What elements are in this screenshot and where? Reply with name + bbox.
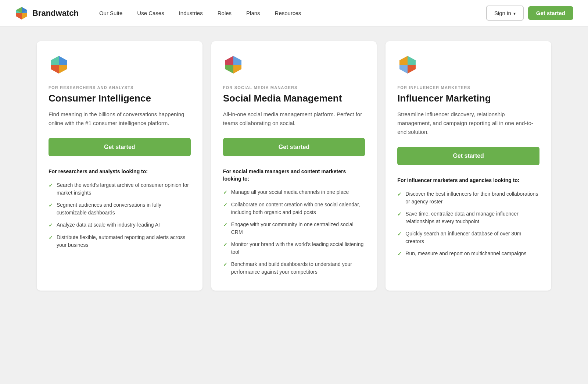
card2-description: All-in-one social media management platf… bbox=[223, 110, 365, 128]
card3-for-label: FOR INFLUENCER MARKETERS bbox=[397, 85, 539, 90]
check-icon: ✓ bbox=[397, 210, 402, 218]
signin-button[interactable]: Sign in bbox=[486, 6, 524, 21]
main-content: FOR RESEARCHERS AND ANALYSTS Consumer In… bbox=[0, 26, 588, 384]
nav-link-resources[interactable]: Resources bbox=[269, 7, 307, 19]
list-item: ✓ Benchmark and build dashboards to unde… bbox=[223, 260, 365, 276]
chevron-down-icon bbox=[513, 10, 516, 16]
card3-description: Streamline influencer discovery, relatio… bbox=[397, 110, 539, 136]
card1-section-title: For researchers and analysts looking to: bbox=[49, 168, 191, 175]
list-item: ✓ Monitor your brand with the world's le… bbox=[223, 241, 365, 256]
list-item: ✓ Segment audiences and conversations in… bbox=[49, 201, 191, 217]
check-icon: ✓ bbox=[397, 191, 402, 198]
list-item: ✓ Search the world's largest archive of … bbox=[49, 181, 191, 197]
card3-getstarted-button[interactable]: Get started bbox=[397, 147, 539, 165]
card-social-media-management: FOR SOCIAL MEDIA MANAGERS Social Media M… bbox=[211, 41, 377, 291]
card2-getstarted-button[interactable]: Get started bbox=[223, 138, 365, 156]
cards-grid: FOR RESEARCHERS AND ANALYSTS Consumer In… bbox=[37, 41, 551, 291]
list-item: ✓ Run, measure and report on multichanne… bbox=[397, 250, 539, 258]
influencer-marketing-icon bbox=[397, 54, 418, 75]
list-item: ✓ Manage all your social media channels … bbox=[223, 188, 365, 196]
card2-list: ✓ Manage all your social media channels … bbox=[223, 188, 365, 276]
card2-for-label: FOR SOCIAL MEDIA MANAGERS bbox=[223, 85, 365, 90]
check-icon: ✓ bbox=[397, 230, 402, 238]
main-nav: Brandwatch Our Suite Use Cases Industrie… bbox=[0, 0, 588, 26]
check-icon: ✓ bbox=[49, 202, 53, 209]
list-item: ✓ Engage with your community in one cent… bbox=[223, 221, 365, 236]
card1-list: ✓ Search the world's largest archive of … bbox=[49, 181, 191, 249]
check-icon: ✓ bbox=[49, 182, 53, 189]
nav-link-plans[interactable]: Plans bbox=[240, 7, 266, 19]
list-item: ✓ Save time, centralize data and manage … bbox=[397, 210, 539, 225]
social-media-management-icon bbox=[223, 54, 244, 75]
nav-link-industries[interactable]: Industries bbox=[173, 7, 209, 19]
list-item: ✓ Quickly search an influencer database … bbox=[397, 230, 539, 245]
card1-for-label: FOR RESEARCHERS AND ANALYSTS bbox=[49, 85, 191, 90]
nav-getstarted-button[interactable]: Get started bbox=[528, 6, 573, 20]
check-icon: ✓ bbox=[223, 261, 227, 269]
list-item: ✓ Collaborate on content creation with o… bbox=[223, 201, 365, 216]
card-influencer-marketing: FOR INFLUENCER MARKETERS Influencer Mark… bbox=[386, 41, 551, 291]
card1-title: Consumer Intelligence bbox=[49, 93, 191, 104]
check-icon: ✓ bbox=[397, 250, 402, 258]
nav-link-roles[interactable]: Roles bbox=[212, 7, 237, 19]
nav-actions: Sign in Get started bbox=[486, 6, 573, 21]
card3-list: ✓ Discover the best influencers for thei… bbox=[397, 190, 539, 258]
card1-description: Find meaning in the billions of conversa… bbox=[49, 110, 191, 128]
brand-name: Brandwatch bbox=[32, 8, 79, 18]
card1-getstarted-button[interactable]: Get started bbox=[49, 138, 191, 156]
check-icon: ✓ bbox=[49, 221, 53, 229]
card2-title: Social Media Management bbox=[223, 93, 365, 104]
card2-section-title: For social media managers and content ma… bbox=[223, 168, 365, 182]
nav-links: Our Suite Use Cases Industries Roles Pla… bbox=[93, 7, 486, 19]
check-icon: ✓ bbox=[223, 189, 227, 196]
card3-title: Influencer Marketing bbox=[397, 93, 539, 104]
list-item: ✓ Discover the best influencers for thei… bbox=[397, 190, 539, 206]
nav-link-use-cases[interactable]: Use Cases bbox=[131, 7, 170, 19]
check-icon: ✓ bbox=[223, 241, 227, 249]
check-icon: ✓ bbox=[223, 221, 227, 229]
card3-section-title: For influencer marketers and agencies lo… bbox=[397, 177, 539, 184]
card-consumer-intelligence: FOR RESEARCHERS AND ANALYSTS Consumer In… bbox=[37, 41, 202, 291]
list-item: ✓ Analyze data at scale with industry-le… bbox=[49, 221, 191, 229]
check-icon: ✓ bbox=[49, 234, 53, 242]
brand-logo[interactable]: Brandwatch bbox=[15, 6, 79, 20]
consumer-intelligence-icon bbox=[49, 54, 69, 75]
brandwatch-logo-icon bbox=[15, 6, 29, 20]
list-item: ✓ Distribute flexible, automated reporti… bbox=[49, 234, 191, 249]
nav-link-our-suite[interactable]: Our Suite bbox=[93, 7, 128, 19]
check-icon: ✓ bbox=[223, 201, 227, 209]
